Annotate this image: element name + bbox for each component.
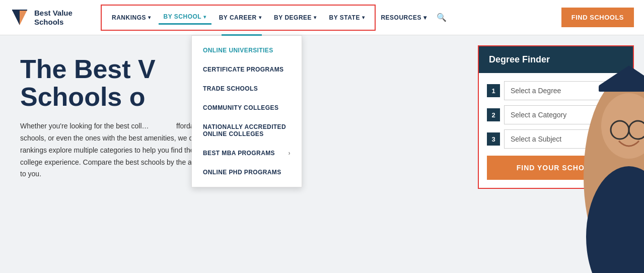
by-school-indicator (222, 34, 262, 36)
chevron-down-icon: ▾ (423, 14, 427, 21)
main-content: The Best VSchools o Whether you're looki… (0, 35, 644, 273)
step-3-badge: 3 (487, 132, 500, 146)
nav-resources[interactable]: RESOURCES ▾ (376, 11, 432, 24)
svg-rect-6 (599, 86, 644, 92)
svg-marker-7 (599, 65, 644, 86)
step-2-badge: 2 (487, 108, 500, 121)
svg-marker-0 (12, 10, 20, 25)
graduate-svg (584, 35, 644, 273)
nav-container: RANKINGS ▾ BY SCHOOL ▾ BY CAREER ▾ BY DE… (101, 5, 376, 31)
dropdown-item-trade-schools[interactable]: TRADE SCHOOLS (192, 79, 302, 98)
dropdown-item-community-colleges[interactable]: COMMUNITY COLLEGES (192, 98, 302, 117)
nav-by-state[interactable]: BY STATE ▾ (324, 11, 370, 24)
header: Best Value Schools RANKINGS ▾ BY SCHOOL … (0, 0, 644, 35)
nav-by-degree[interactable]: BY DEGREE ▾ (269, 11, 321, 24)
dropdown-item-online-phd[interactable]: ONLINE PHD PROGRAMS (192, 163, 302, 182)
dropdown-item-nationally-accredited[interactable]: NATIONALLY ACCREDITED ONLINE COLLEGES (192, 117, 302, 144)
search-icon[interactable]: 🔍 (432, 13, 452, 22)
chevron-down-icon: ▾ (203, 14, 206, 20)
logo-text: Best Value Schools (34, 9, 73, 27)
nav-by-school[interactable]: BY SCHOOL ▾ (159, 10, 211, 25)
dropdown-item-online-universities[interactable]: ONLINE UNIVERSITIES (192, 41, 302, 60)
step-1-badge: 1 (487, 84, 500, 97)
chevron-down-icon: ▾ (362, 15, 365, 20)
nav-by-career[interactable]: BY CAREER ▾ (214, 11, 266, 24)
dropdown-item-certificate-programs[interactable]: CERTIFICATE PROGRAMS (192, 60, 302, 79)
by-school-dropdown: ONLINE UNIVERSITIES CERTIFICATE PROGRAMS… (191, 35, 302, 187)
logo-icon (10, 8, 29, 27)
chevron-down-icon: ▾ (259, 15, 262, 20)
chevron-down-icon: ▾ (148, 15, 151, 20)
svg-marker-1 (20, 10, 27, 25)
chevron-right-icon: › (289, 150, 291, 157)
nav-rankings[interactable]: RANKINGS ▾ (107, 11, 156, 24)
graduate-image (584, 35, 644, 273)
dropdown-item-best-mba[interactable]: BEST MBA PROGRAMS › (192, 144, 302, 163)
logo[interactable]: Best Value Schools (10, 8, 86, 27)
chevron-down-icon: ▾ (314, 15, 317, 20)
find-schools-button[interactable]: FIND SCHOOLS (561, 8, 634, 27)
